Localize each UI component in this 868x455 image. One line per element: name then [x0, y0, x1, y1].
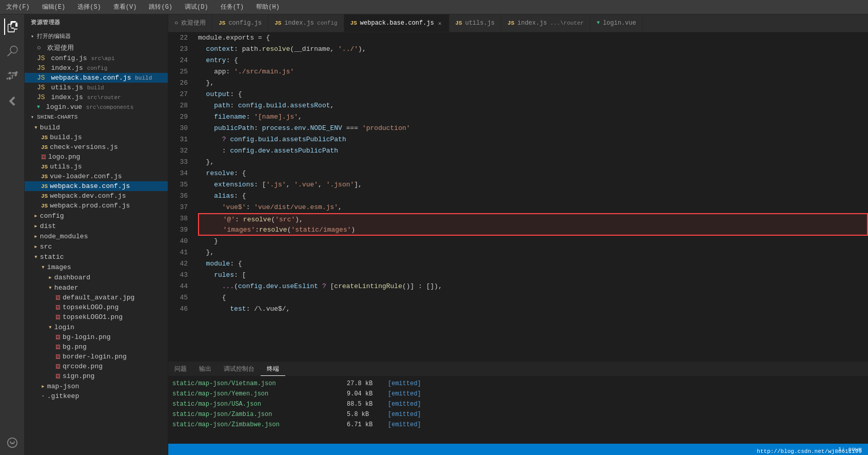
tab-config-js[interactable]: JS config.js	[212, 14, 268, 32]
sidebar: 资源管理器 ▾ 打开的编辑器 ○ 欢迎使用 JS config.js src\a…	[25, 14, 168, 455]
code-line-31: ? config.build.assetsPublicPath	[198, 134, 868, 145]
terminal-line: static/map-json/Zambia.json5.8 kB[emitte…	[172, 409, 864, 420]
code-line-42: module: {	[198, 258, 868, 270]
code-line-41: },	[198, 247, 868, 258]
code-line-43: rules: [	[198, 270, 868, 281]
tree-item-build[interactable]: ▾build	[25, 122, 168, 132]
explorer-icon[interactable]	[4, 18, 21, 35]
tree-item-default-avatar-jpg[interactable]: 🖼default_avatar.jpg	[25, 293, 168, 302]
tree-item-images[interactable]: ▾images	[25, 262, 168, 272]
menu-item-task[interactable]: 任务(T)	[219, 2, 246, 12]
tab-index-config[interactable]: JS index.js config	[268, 14, 344, 32]
code-line-44: ...(config.dev.useEslint ? [createLintin…	[198, 281, 868, 292]
tree-item-topseklogo1-png[interactable]: 🖼topsekLOGO1.png	[25, 312, 168, 322]
terminal-line: static/map-json/Yemen.json9.04 kB[emitte…	[172, 389, 864, 399]
project-section[interactable]: ▾ SHINE-CHARTS	[25, 112, 168, 122]
menu-item-goto[interactable]: 跳转(G)	[147, 2, 174, 12]
terminal-line: static/map-json/Vietnam.json27.8 kB[emit…	[172, 378, 864, 389]
open-editors-section[interactable]: ▾ 打开的编辑器	[25, 30, 168, 42]
code-content[interactable]: module.exports = { context: path.resolve…	[194, 32, 868, 362]
code-line-38: '@': resolve('src'),	[198, 213, 868, 224]
open-editor-utils-js[interactable]: JS utils.js build	[25, 83, 168, 92]
tree-item-webpack-dev-conf-js[interactable]: JSwebpack.dev.conf.js	[25, 191, 168, 201]
tree-item-check-versions-js[interactable]: JScheck-versions.js	[25, 142, 168, 152]
tab-utils-js[interactable]: JS utils.js	[449, 14, 502, 32]
code-line-22: module.exports = {	[198, 32, 868, 44]
menu-bar: 文件(F) 编辑(E) 选择(S) 查看(V) 跳转(G) 调试(D) 任务(T…	[0, 0, 868, 14]
tree-item-webpack-base-conf-js[interactable]: JSwebpack.base.conf.js	[25, 181, 168, 191]
code-editor: 2223242526272829303132333435363738394041…	[168, 32, 868, 362]
extensions-icon[interactable]	[4, 92, 21, 109]
code-line-27: output: {	[198, 89, 868, 100]
tree-item-bg-png[interactable]: 🖼bg.png	[25, 342, 168, 352]
menu-item-help[interactable]: 帮助(H)	[254, 2, 282, 12]
tree-item-topseklogo-png[interactable]: 🖼topsekLOGO.png	[25, 302, 168, 312]
tree-item-map-json[interactable]: ▸map-json	[25, 381, 168, 391]
tree-item-border-login-png[interactable]: 🖼border-login.png	[25, 352, 168, 362]
menu-item-debug[interactable]: 调试(D)	[183, 2, 210, 12]
code-line-25: app: './src/main.js'	[198, 66, 868, 78]
tree-item-sign-png[interactable]: 🖼sign.png	[25, 371, 168, 381]
open-editor-webpack-base[interactable]: JS webpack.base.conf.js build	[25, 73, 168, 83]
code-line-39: 'images':resolve('static/images')	[198, 224, 868, 236]
tree-item-build-js[interactable]: JSbuild.js	[25, 132, 168, 142]
sidebar-title: 资源管理器	[25, 14, 168, 30]
code-line-46: test: /\.vue$/,	[198, 304, 868, 315]
tree-item-qrcode-png[interactable]: 🖼qrcode.png	[25, 362, 168, 371]
code-line-33: },	[198, 157, 868, 168]
code-line-28: path: config.build.assetsRoot,	[198, 100, 868, 111]
open-editor-welcome[interactable]: ○ 欢迎使用	[25, 42, 168, 53]
activity-bar	[0, 14, 25, 455]
open-editor-index-js[interactable]: JS index.js config	[25, 63, 168, 73]
tree-item-dist[interactable]: ▸dist	[25, 221, 168, 231]
tree-item-dashboard[interactable]: ▸dashboard	[25, 272, 168, 282]
tree-item-node-modules[interactable]: ▸node_modules	[25, 231, 168, 241]
tab-login-vue[interactable]: ▼ login.vue	[590, 14, 643, 32]
tab-bar: ○ 欢迎使用 JS config.js JS index.js config J…	[168, 14, 868, 32]
tab-close-icon[interactable]: ✕	[437, 19, 443, 28]
tree-item-header[interactable]: ▾header	[25, 282, 168, 293]
tab-index-router[interactable]: JS index.js ...\router	[501, 14, 590, 32]
search-icon[interactable]	[4, 43, 21, 60]
panel-tab-output[interactable]: 输出	[193, 362, 218, 376]
debug-icon[interactable]	[4, 434, 21, 451]
terminal-content[interactable]: static/map-json/Vietnam.json27.8 kB[emit…	[168, 376, 868, 444]
blog-url: http://blog.csdn.net/wj86611199	[757, 448, 862, 454]
code-line-37: 'vue$': 'vue/dist/vue.esm.js',	[198, 202, 868, 213]
panel-tab-problems[interactable]: 问题	[168, 362, 193, 376]
main-layout: 资源管理器 ▾ 打开的编辑器 ○ 欢迎使用 JS config.js src\a…	[0, 14, 868, 455]
menu-item-select[interactable]: 选择(S)	[75, 2, 103, 12]
tree-item-login[interactable]: ▾login	[25, 322, 168, 332]
terminal-line: static/map-json/USA.json88.5 kB[emitted]	[172, 399, 864, 409]
code-line-23: context: path.resolve(__dirname, '../'),	[198, 44, 868, 55]
code-line-30: publicPath: process.env.NODE_ENV === 'pr…	[198, 123, 868, 134]
open-editor-index-router[interactable]: JS index.js src\router	[25, 92, 168, 102]
tree-item-bg-login-png[interactable]: 🖼bg-login.png	[25, 332, 168, 342]
git-icon[interactable]	[4, 68, 21, 84]
tree-item-logo-png[interactable]: 🖼logo.png	[25, 152, 168, 162]
tree-item-config[interactable]: ▸config	[25, 211, 168, 221]
menu-item-file[interactable]: 文件(F)	[4, 2, 32, 12]
editor-area: ○ 欢迎使用 JS config.js JS index.js config J…	[168, 14, 868, 455]
panel-tab-terminal[interactable]: 终端	[261, 362, 285, 376]
code-line-24: entry: {	[198, 55, 868, 66]
bottom-panel: 问题 输出 调试控制台 终端 static/map-json/Vietnam.j…	[168, 362, 868, 444]
menu-item-edit[interactable]: 编辑(E)	[40, 2, 68, 12]
panel-tab-debug-console[interactable]: 调试控制台	[218, 362, 261, 376]
tree-item--gitkeep[interactable]: ·.gitkeep	[25, 391, 168, 401]
open-editor-config-js[interactable]: JS config.js src\api	[25, 53, 168, 63]
tab-webpack-base-conf[interactable]: JS webpack.base.conf.js ✕	[344, 14, 449, 32]
tree-item-src[interactable]: ▸src	[25, 241, 168, 252]
tree-item-webpack-prod-conf-js[interactable]: JSwebpack.prod.conf.js	[25, 201, 168, 211]
menu-item-view[interactable]: 查看(V)	[111, 2, 139, 12]
tree-item-vue-loader-conf-js[interactable]: JSvue-loader.conf.js	[25, 172, 168, 181]
code-line-26: },	[198, 78, 868, 89]
tree-item-utils-js[interactable]: JSutils.js	[25, 162, 168, 172]
tab-welcome[interactable]: ○ 欢迎使用	[168, 14, 212, 32]
code-line-40: }	[198, 236, 868, 247]
code-line-35: extensions: ['.js', '.vue', '.json'],	[198, 179, 868, 191]
panel-tabs: 问题 输出 调试控制台 终端	[168, 362, 868, 376]
open-editor-login-vue[interactable]: ▼ login.vue src\components	[25, 102, 168, 112]
tree-item-static[interactable]: ▾static	[25, 252, 168, 262]
code-line-45: {	[198, 292, 868, 304]
